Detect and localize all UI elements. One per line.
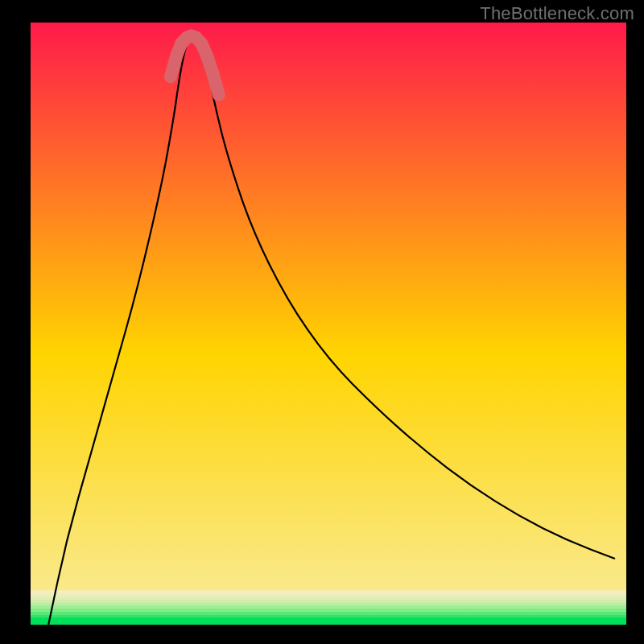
bottleneck-chart — [0, 0, 644, 644]
color-band-5 — [31, 602, 626, 605]
plot-background — [31, 23, 626, 625]
color-band-6 — [31, 600, 626, 603]
watermark-text: TheBottleneck.com — [480, 3, 634, 24]
color-band-4 — [31, 605, 626, 609]
notch-marker-seg — [213, 74, 218, 95]
chart-frame: TheBottleneck.com — [0, 0, 644, 644]
color-band-2 — [31, 612, 626, 615]
color-band-0 — [31, 617, 626, 625]
color-band-8 — [31, 593, 626, 597]
color-band-7 — [31, 597, 626, 600]
color-band-3 — [31, 609, 626, 612]
color-band-1 — [31, 614, 626, 617]
color-band-9 — [31, 590, 626, 593]
